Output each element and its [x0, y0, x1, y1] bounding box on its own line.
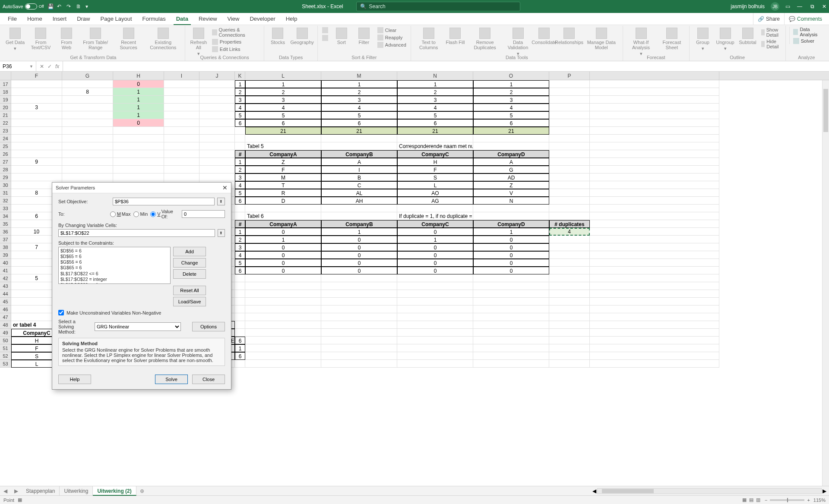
- row-header[interactable]: 25: [0, 142, 11, 150]
- cell[interactable]: [590, 142, 719, 150]
- cell[interactable]: [245, 290, 321, 298]
- cell[interactable]: [245, 329, 321, 337]
- cell[interactable]: [245, 313, 321, 321]
- row-header[interactable]: 38: [0, 243, 11, 251]
- cell[interactable]: F: [397, 166, 473, 173]
- cell[interactable]: [11, 127, 62, 135]
- tab-nav-prev-icon[interactable]: ◀: [0, 488, 11, 494]
- cell[interactable]: [549, 197, 590, 205]
- row-header[interactable]: 28: [0, 166, 11, 173]
- cell[interactable]: [199, 119, 235, 127]
- cell[interactable]: 5: [397, 111, 473, 119]
- cell[interactable]: 4: [473, 104, 549, 111]
- cell[interactable]: [113, 142, 164, 150]
- cell[interactable]: [321, 142, 397, 150]
- cell[interactable]: [164, 166, 199, 173]
- constraint-item[interactable]: $D$56 = 6: [60, 248, 168, 254]
- cell[interactable]: [164, 80, 199, 88]
- search-box[interactable]: 🔍 Search: [356, 2, 520, 11]
- cell[interactable]: [199, 158, 235, 166]
- cell[interactable]: [590, 337, 719, 344]
- cell[interactable]: [62, 111, 113, 119]
- cell[interactable]: 0: [245, 267, 321, 274]
- data-validation-button[interactable]: Data Validation▾: [505, 27, 531, 56]
- row-header[interactable]: 35: [0, 220, 11, 228]
- view-normal-icon[interactable]: ▦: [742, 497, 747, 503]
- cell[interactable]: 21: [473, 127, 549, 135]
- cell[interactable]: AO: [397, 189, 473, 197]
- row-header[interactable]: 46: [0, 306, 11, 313]
- range-picker-icon[interactable]: ⬆: [217, 198, 225, 205]
- cell[interactable]: [473, 329, 549, 337]
- from-web-button[interactable]: From Web: [57, 27, 76, 50]
- undo-icon[interactable]: ↶: [57, 3, 63, 9]
- cell[interactable]: [549, 236, 590, 243]
- row-header[interactable]: 30: [0, 181, 11, 189]
- cell[interactable]: 6: [235, 337, 245, 344]
- cell[interactable]: [590, 88, 719, 96]
- cell[interactable]: 1: [113, 96, 164, 104]
- zoom-in-icon[interactable]: +: [807, 498, 810, 503]
- cell[interactable]: 3: [235, 173, 245, 181]
- cell[interactable]: [164, 142, 199, 150]
- cell[interactable]: M: [245, 173, 321, 181]
- properties-button[interactable]: Properties: [211, 38, 261, 45]
- cell[interactable]: 21: [321, 127, 397, 135]
- worksheet[interactable]: F G H I J K L M N O P 170111111881222221…: [0, 72, 829, 486]
- cell[interactable]: 1: [235, 158, 245, 166]
- col-header[interactable]: N: [397, 72, 473, 80]
- redo-icon[interactable]: ↷: [66, 3, 73, 9]
- cell[interactable]: 1: [321, 228, 397, 236]
- cell[interactable]: 1: [397, 80, 473, 88]
- cell[interactable]: 6: [473, 119, 549, 127]
- cell[interactable]: [321, 290, 397, 298]
- cell[interactable]: [549, 205, 590, 212]
- cell[interactable]: [62, 166, 113, 173]
- cell[interactable]: [473, 290, 549, 298]
- cell[interactable]: 3: [473, 96, 549, 104]
- macro-record-icon[interactable]: ▦: [18, 497, 22, 503]
- cell[interactable]: [245, 352, 321, 360]
- cell[interactable]: [164, 150, 199, 158]
- cell[interactable]: 6: [235, 352, 245, 360]
- get-data-button[interactable]: Get Data▾: [5, 27, 25, 51]
- row-header[interactable]: 29: [0, 173, 11, 181]
- cell[interactable]: 1: [473, 80, 549, 88]
- cell[interactable]: [245, 344, 321, 352]
- method-select[interactable]: GRG Nonlinear: [95, 322, 181, 331]
- cell[interactable]: [549, 352, 590, 360]
- filter-button[interactable]: Filter: [354, 27, 374, 45]
- cell[interactable]: [549, 298, 590, 306]
- cell[interactable]: [397, 298, 473, 306]
- cell[interactable]: [590, 96, 719, 104]
- cell[interactable]: [473, 352, 549, 360]
- cell[interactable]: [590, 228, 719, 236]
- row-header[interactable]: 40: [0, 259, 11, 267]
- cell[interactable]: [549, 251, 590, 259]
- cell[interactable]: 6: [235, 197, 245, 205]
- row-header[interactable]: 41: [0, 267, 11, 274]
- cell[interactable]: Corresponderende naam met nummer uit tab…: [397, 142, 473, 150]
- cell[interactable]: [590, 352, 719, 360]
- existing-conn-button[interactable]: Existing Connections: [145, 27, 181, 50]
- cell[interactable]: [321, 344, 397, 352]
- cell[interactable]: [473, 313, 549, 321]
- cell[interactable]: AL: [321, 189, 397, 197]
- cell[interactable]: [590, 150, 719, 158]
- cell[interactable]: [549, 306, 590, 313]
- cell[interactable]: [397, 337, 473, 344]
- data-model-button[interactable]: Manage Data Model: [584, 27, 619, 50]
- cell[interactable]: [199, 135, 235, 142]
- help-button[interactable]: Help: [58, 375, 91, 384]
- change-constraint-button[interactable]: Change: [173, 258, 206, 268]
- cell[interactable]: [235, 290, 245, 298]
- cell[interactable]: [235, 212, 245, 220]
- cell[interactable]: 4: [549, 228, 590, 236]
- row-header[interactable]: 20: [0, 104, 11, 111]
- cell[interactable]: 1: [473, 228, 549, 236]
- cell[interactable]: [321, 352, 397, 360]
- sheet-tab[interactable]: Stappenplan: [22, 486, 60, 496]
- cell[interactable]: [245, 282, 321, 290]
- cell[interactable]: [590, 197, 719, 205]
- tab-insert[interactable]: Insert: [47, 13, 72, 25]
